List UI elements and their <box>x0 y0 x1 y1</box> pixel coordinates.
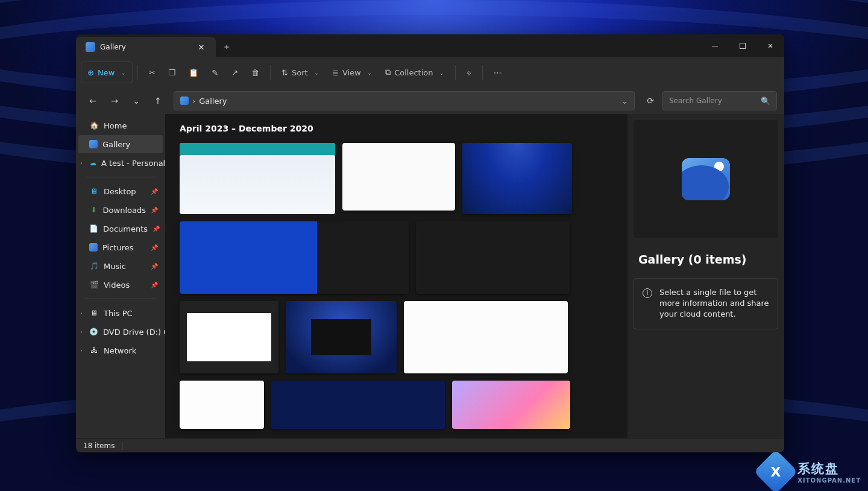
sidebar-item-label: Desktop <box>104 187 136 196</box>
view-icon: ≣ <box>332 68 339 77</box>
phone-link-button[interactable]: ⟐ <box>461 62 477 83</box>
sidebar-item-label: Pictures <box>102 243 133 252</box>
sidebar-item-pictures[interactable]: Pictures 📌 <box>78 238 163 256</box>
thumbnail[interactable] <box>180 221 409 294</box>
sidebar-item-onedrive[interactable]: › ☁ A test - Personal <box>78 154 163 172</box>
svg-rect-1 <box>740 43 746 49</box>
site-watermark: X 系统盘 XITONGPAN.NET <box>760 456 861 487</box>
tab-gallery[interactable]: Gallery ✕ <box>76 37 216 57</box>
gallery-icon <box>86 42 95 52</box>
recent-button[interactable]: ⌄ <box>127 91 146 110</box>
back-button[interactable]: ← <box>83 91 102 110</box>
sidebar-item-videos[interactable]: 🎬 Videos 📌 <box>78 276 163 294</box>
statusbar: 18 items | <box>76 438 784 452</box>
up-button[interactable]: ↑ <box>148 91 168 110</box>
chevron-down-icon[interactable]: ⌄ <box>621 97 628 106</box>
thumbnail[interactable] <box>462 143 572 214</box>
forward-button[interactable]: → <box>105 91 124 110</box>
thumbnail[interactable] <box>271 381 445 429</box>
thumbnail[interactable] <box>404 301 568 373</box>
share-button[interactable]: ↗ <box>225 62 244 83</box>
rename-button[interactable]: ✎ <box>206 62 224 83</box>
thumbnail[interactable] <box>342 143 455 211</box>
paste-button[interactable]: 📋 <box>183 62 204 83</box>
sidebar-item-label: Gallery <box>102 140 130 149</box>
view-button[interactable]: ≣ View <box>326 62 378 83</box>
search-icon: 🔍 <box>761 97 770 106</box>
sidebar-item-home[interactable]: 🏠 Home <box>78 116 163 135</box>
sidebar-item-this-pc[interactable]: › 🖥 This PC <box>78 304 163 322</box>
pin-icon: 📌 <box>151 263 158 270</box>
paste-icon: 📋 <box>189 68 198 77</box>
sidebar-item-music[interactable]: 🎵 Music 📌 <box>78 257 163 275</box>
copy-button[interactable]: ❐ <box>163 62 182 83</box>
sort-button[interactable]: ⇅ Sort <box>275 62 325 83</box>
gallery-content: April 2023 – December 2020 <box>165 114 627 438</box>
address-box[interactable]: › Gallery ⌄ <box>174 91 635 110</box>
sidebar-item-gallery[interactable]: Gallery <box>78 135 163 153</box>
close-window-button[interactable]: ✕ <box>756 34 784 57</box>
rename-icon: ✎ <box>212 68 218 77</box>
cloud-icon: ☁ <box>89 158 96 168</box>
info-icon: i <box>643 288 652 298</box>
close-tab-button[interactable]: ✕ <box>193 39 210 55</box>
refresh-button[interactable]: ⟳ <box>641 91 660 110</box>
thumbnail[interactable] <box>180 381 264 429</box>
details-message-text: Select a single file to get more informa… <box>659 287 769 320</box>
delete-button[interactable]: 🗑 <box>245 62 265 83</box>
thumbnail-grid <box>180 143 613 429</box>
thumbnail[interactable] <box>452 381 570 429</box>
thumbnail[interactable] <box>180 143 335 214</box>
pin-icon: 📌 <box>151 207 158 214</box>
pin-icon: 📌 <box>153 226 160 232</box>
more-icon: ⋯ <box>494 68 502 77</box>
sidebar-item-network[interactable]: › 🖧 Network <box>78 341 163 360</box>
details-pane: Gallery (0 items) i Select a single file… <box>627 114 784 438</box>
videos-icon: 🎬 <box>89 280 99 290</box>
thumbnail[interactable] <box>416 221 570 294</box>
search-input[interactable]: Search Gallery 🔍 <box>662 91 777 110</box>
date-heading: April 2023 – December 2020 <box>180 124 613 133</box>
collection-button[interactable]: ⧉ Collection <box>379 62 450 83</box>
gallery-icon <box>180 97 189 105</box>
details-title: Gallery (0 items) <box>634 253 778 266</box>
watermark-sub: XITONGPAN.NET <box>797 477 861 484</box>
share-icon: ↗ <box>231 68 238 77</box>
maximize-button[interactable] <box>729 34 756 57</box>
sidebar-item-label: Home <box>104 121 127 130</box>
sidebar-item-dvd[interactable]: › 💿 DVD Drive (D:) CCC <box>78 323 163 341</box>
sidebar-item-label: This PC <box>104 309 133 318</box>
collection-icon: ⧉ <box>385 68 391 77</box>
cut-icon: ✂ <box>149 68 156 77</box>
address-bar: ← → ⌄ ↑ › Gallery ⌄ ⟳ Search Gallery 🔍 <box>76 87 784 114</box>
minimize-button[interactable] <box>701 34 729 57</box>
sidebar-item-label: DVD Drive (D:) CCC <box>103 328 165 337</box>
new-tab-button[interactable]: ＋ <box>216 37 237 57</box>
photos-icon <box>682 158 730 200</box>
sidebar-item-label: Documents <box>103 224 148 233</box>
chevron-right-icon: › <box>80 347 83 353</box>
chevron-right-icon: › <box>80 160 83 166</box>
desktop-icon: 🖥 <box>89 186 99 196</box>
file-explorer-window: Gallery ✕ ＋ ✕ ⊕ New ✂ ❐ 📋 ✎ ↗ 🗑 ⇅ Sort ≣… <box>76 34 784 452</box>
home-icon: 🏠 <box>89 121 99 130</box>
this-pc-icon: 🖥 <box>89 308 99 318</box>
network-icon: 🖧 <box>89 346 99 355</box>
phone-link-icon: ⟐ <box>467 68 471 77</box>
downloads-icon: ⬇ <box>89 205 98 215</box>
new-button[interactable]: ⊕ New <box>81 62 133 83</box>
chevron-right-icon: › <box>80 310 83 316</box>
cut-button[interactable]: ✂ <box>143 62 162 83</box>
more-options-button[interactable]: ⋯ <box>488 62 508 83</box>
item-count: 18 items <box>83 442 115 450</box>
tab-title: Gallery <box>100 43 188 51</box>
dvd-icon: 💿 <box>89 327 98 337</box>
preview-placeholder <box>634 120 778 238</box>
sort-icon: ⇅ <box>281 68 288 77</box>
sidebar-item-documents[interactable]: 📄 Documents 📌 <box>78 220 163 238</box>
sidebar-item-downloads[interactable]: ⬇ Downloads 📌 <box>78 201 163 219</box>
sidebar-item-desktop[interactable]: 🖥 Desktop 📌 <box>78 182 163 200</box>
thumbnail[interactable] <box>286 301 397 373</box>
pin-icon: 📌 <box>151 244 158 251</box>
search-placeholder: Search Gallery <box>669 97 757 105</box>
